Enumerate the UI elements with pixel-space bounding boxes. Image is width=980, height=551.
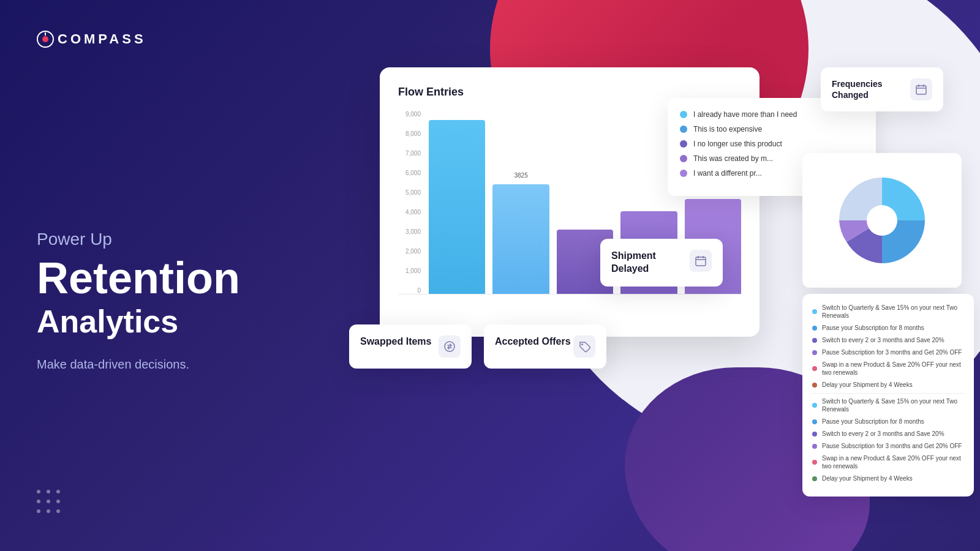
list-dot: [812, 366, 817, 371]
reason-dot: [680, 170, 687, 177]
accepted-title: Accepted Offers: [495, 335, 571, 348]
list-dot: [812, 460, 817, 465]
y-label: 7,000: [405, 150, 421, 157]
shipment-title: Shipment Delayed: [611, 250, 690, 276]
svg-rect-8: [696, 257, 706, 266]
reason-dot: [680, 111, 687, 118]
list-dot: [812, 326, 817, 331]
list-dot: [812, 338, 817, 343]
list-item: Switch to every 2 or 3 months and Save 2…: [812, 430, 964, 438]
y-label: 3,000: [405, 228, 421, 235]
list-dot: [812, 476, 817, 481]
list-dot: [812, 444, 817, 449]
y-label: 5,000: [405, 189, 421, 196]
reason-text: This was created by m...: [693, 154, 773, 163]
list-text: Switch to Quarterly & Save 15% on your n…: [822, 304, 964, 320]
frequencies-title: Frequencies Changed: [832, 78, 910, 100]
list-dot: [812, 383, 817, 388]
tag-svg: [578, 340, 590, 353]
y-label: 8,000: [405, 130, 421, 137]
pie-chart-card: [802, 153, 962, 288]
swapped-items-card: Swapped Items: [349, 324, 472, 369]
list-text: Pause Subscription for 3 months and Get …: [822, 348, 962, 356]
list-item: Switch to Quarterly & Save 15% on your n…: [812, 304, 964, 320]
list-text: Delay your Shipment by 4 Weeks: [822, 474, 913, 482]
list-item: Delay your Shipment by 4 Weeks: [812, 474, 964, 482]
list-item: Pause your Subscription for 8 months: [812, 418, 964, 425]
hero-subtitle: Power Up: [37, 228, 343, 250]
svg-point-13: [581, 343, 583, 345]
hero-title2: Analytics: [37, 304, 343, 339]
reason-item-3: I no longer use this product: [680, 140, 864, 148]
swapped-title: Swapped Items: [360, 335, 431, 348]
pie-svg: [833, 171, 931, 269]
list-item: Switch to every 2 or 3 months and Save 2…: [812, 336, 964, 344]
reason-text: I no longer use this product: [693, 140, 782, 148]
list-item: Swap in a new Product & Save 20% OFF you…: [812, 361, 964, 377]
reason-dot: [680, 126, 687, 133]
chart-title: Flow Entries: [398, 86, 741, 99]
y-label: 1,000: [405, 268, 421, 274]
list-item: Pause your Subscription for 8 months: [812, 324, 964, 332]
y-label: 4,000: [405, 209, 421, 216]
list-dot: [812, 350, 817, 355]
list-dot: [812, 403, 817, 408]
bar-label: 3825: [514, 172, 527, 179]
y-label: 9,000: [405, 111, 421, 118]
right-panel: Flow Entries 9,000 8,000 7,000 6,000 5,0…: [343, 18, 980, 551]
list-text: Pause your Subscription for 8 months: [822, 324, 924, 332]
list-text: Switch to every 2 or 3 months and Save 2…: [822, 430, 944, 438]
y-label: 0: [417, 287, 421, 294]
reason-dot: [680, 140, 687, 148]
y-label: 6,000: [405, 170, 421, 176]
shipment-delayed-card: Shipment Delayed: [600, 239, 723, 287]
swap-svg: [443, 340, 456, 353]
list-item: Pause Subscription for 3 months and Get …: [812, 442, 964, 450]
list-item: Pause Subscription for 3 months and Get …: [812, 348, 964, 356]
list-text: Swap in a new Product & Save 20% OFF you…: [822, 361, 964, 377]
svg-point-7: [867, 205, 897, 236]
reason-text: I want a different pr...: [693, 169, 762, 178]
accepted-offers-card: Accepted Offers: [484, 324, 606, 369]
list-text: Switch to every 2 or 3 months and Save 2…: [822, 336, 944, 344]
list-text: Delay your Shipment by 4 Weeks: [822, 381, 913, 389]
list-item: Delay your Shipment by 4 Weeks: [812, 381, 964, 389]
calendar-svg: [915, 83, 927, 96]
list-text: Swap in a new Product & Save 20% OFF you…: [822, 454, 964, 470]
hero-description: Make data-driven decisions.: [37, 358, 343, 372]
bar-2: 3825: [492, 184, 549, 294]
list-dot: [812, 432, 817, 437]
y-label: 2,000: [405, 248, 421, 255]
tag-icon: [573, 335, 595, 358]
list-item: Swap in a new Product & Save 20% OFF you…: [812, 454, 964, 470]
reason-item-2: This is too expensive: [680, 125, 864, 133]
svg-rect-3: [916, 86, 926, 94]
svg-point-12: [445, 342, 454, 351]
shipment-calendar-icon: [690, 250, 712, 272]
reason-text: I already have more than I need: [693, 110, 797, 119]
shipment-svg: [695, 255, 707, 267]
list-text: Switch to Quarterly & Save 15% on your n…: [822, 397, 964, 413]
calendar-icon: [910, 78, 932, 100]
list-item: Switch to Quarterly & Save 15% on your n…: [812, 397, 964, 413]
swap-icon: [439, 335, 461, 358]
bar-1: [429, 120, 485, 294]
reason-item-1: I already have more than I need: [680, 110, 864, 119]
list-text: Pause Subscription for 3 months and Get …: [822, 442, 962, 450]
hero-title: Retention: [37, 255, 343, 302]
reason-text: This is too expensive: [693, 125, 762, 133]
reason-dot: [680, 155, 687, 162]
frequencies-card: Frequencies Changed: [821, 67, 943, 111]
offers-list-card: Switch to Quarterly & Save 15% on your n…: [802, 294, 974, 497]
list-text: Pause your Subscription for 8 months: [822, 418, 924, 425]
divider: [812, 393, 964, 394]
list-dot: [812, 309, 817, 314]
list-dot: [812, 419, 817, 424]
y-axis: 9,000 8,000 7,000 6,000 5,000 4,000 3,00…: [398, 111, 426, 294]
hero-panel: Power Up Retention Analytics Make data-d…: [37, 0, 343, 551]
